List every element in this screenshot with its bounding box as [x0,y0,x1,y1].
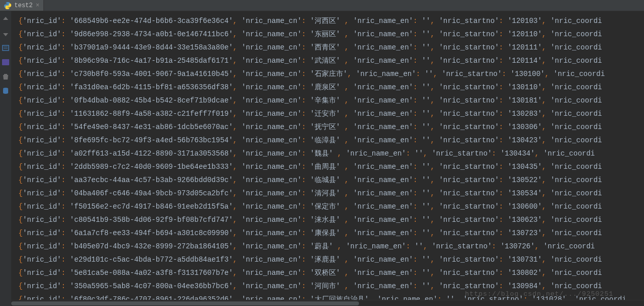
output-line: {'nric_id': 'aa37ecbc-44aa-4c57-b3ab-926… [18,173,644,187]
output-line: {'nric_id': '2ddb5989-c7c2-40d0-9609-1be… [18,160,644,173]
output-line: {'nric_id': '0fb4dbab-0882-45b4-b542-8ce… [18,94,644,107]
output-line: {'nric_id': '668549b6-ee2e-474d-b6b6-3ca… [18,14,644,28]
output-line: {'nric_id': 'a02ff613-a15d-4122-8890-317… [18,147,644,160]
svg-rect-0 [3,45,9,50]
arrow-down-icon[interactable] [2,30,10,38]
output-line: {'nric_id': 'fa31d0ea-6d2b-4115-bf81-a65… [18,81,644,94]
scrollbar-thumb[interactable] [11,301,359,305]
output-line: {'nric_id': '8fe695fc-bc72-49f3-a4ed-56b… [18,134,644,147]
close-icon[interactable]: × [36,2,39,9]
main-area: {'nric_id': '668549b6-ee2e-474d-b6b6-3ca… [0,11,644,306]
output-line: {'nric_id': '11631862-88f9-4a58-a382-c21… [18,107,644,120]
svg-rect-3 [2,59,9,65]
output-line: {'nric_id': '6a1a7cf8-ee33-494f-b694-a30… [18,226,644,240]
tab-bar: test2 × [0,0,644,11]
editor[interactable]: {'nric_id': '668549b6-ee2e-474d-b6b6-3ca… [11,11,644,306]
database-icon[interactable] [2,87,10,95]
output-line: {'nric_id': '9d86e998-2938-4734-a0b1-0e1… [18,28,644,41]
arrow-up-icon[interactable] [2,15,10,23]
output-line: {'nric_id': 'b37901a9-9444-43e9-8d44-33e… [18,41,644,54]
output-line: {'nric_id': 'c730b8f0-593a-4001-9067-9a1… [18,67,644,81]
output-line: {'nric_id': '04ba406f-c646-49a4-9bcb-973… [18,187,644,200]
gutter [0,11,11,306]
run-icon[interactable] [2,58,10,66]
watermark: https://blog.csdn.net/.../9250251 [465,290,613,298]
tab-label: test2 [14,2,33,9]
output-line: {'nric_id': 'f50156e2-ec7d-4917-b846-91e… [18,200,644,213]
console-output: {'nric_id': '668549b6-ee2e-474d-b6b6-3ca… [11,11,644,306]
svg-point-4 [3,88,8,90]
output-line: {'nric_id': 'c80541b9-358b-4d06-92f9-bf0… [18,213,644,226]
python-icon [4,2,11,9]
output-line: {'nric_id': '54fe49e0-8437-4e31-ab86-1dc… [18,120,644,134]
query-icon[interactable] [2,44,10,52]
output-line: {'nric_id': 'b405e07d-4bc9-432e-8999-272… [18,240,644,253]
trash-icon[interactable] [2,72,10,81]
output-line: {'nric_id': '5e81ca5e-088a-4a02-a3f8-f31… [18,266,644,279]
output-line: {'nric_id': 'e29d101c-c5ac-4bda-b772-a5d… [18,253,644,266]
output-line: {'nric_id': '8b96c99a-716c-4a17-b91a-254… [18,54,644,67]
horizontal-scrollbar[interactable] [11,300,644,306]
tab-test2[interactable]: test2 × [0,0,44,11]
